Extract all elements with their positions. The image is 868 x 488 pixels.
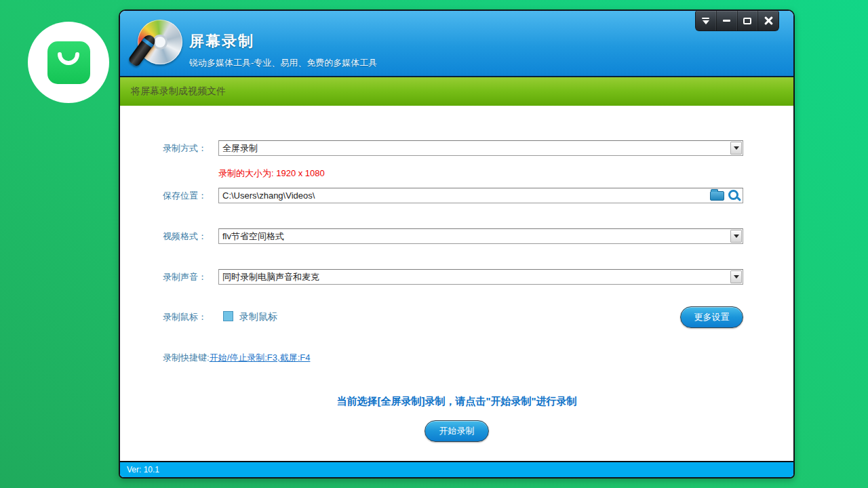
menu-button[interactable] [696, 11, 717, 30]
bag-handle-arc [57, 51, 80, 68]
folder-icon[interactable] [710, 191, 724, 201]
hotkey-label: 录制快捷键: [163, 352, 210, 363]
video-format-value: flv节省空间格式 [219, 230, 730, 243]
titlebar-controls [695, 11, 779, 31]
audio-source-label: 录制声音： [163, 269, 220, 285]
window-header: 屏幕录制 锐动多媒体工具-专业、易用、免费的多媒体工具 [120, 11, 793, 76]
app-store-bag-icon [47, 41, 90, 84]
audio-source-value: 同时录制电脑声音和麦克 [219, 271, 730, 283]
save-path-value[interactable]: C:\Users\zhang\Videos\ [219, 190, 710, 201]
banner-text: 将屏幕录制成视频文件 [120, 76, 793, 106]
minimize-button[interactable] [717, 11, 738, 30]
app-subtitle: 锐动多媒体工具-专业、易用、免费的多媒体工具 [189, 57, 377, 69]
dropdown-arrow-button[interactable] [730, 230, 742, 243]
mouse-label: 录制鼠标： [163, 309, 220, 325]
audio-source-select[interactable]: 同时录制电脑声音和麦克 [218, 269, 743, 285]
more-settings-button[interactable]: 更多设置 [680, 306, 743, 328]
screen-recorder-window: 屏幕录制 锐动多媒体工具-专业、易用、免费的多媒体工具 将屏幕录制成视频文件 录… [119, 9, 795, 479]
search-icon[interactable] [728, 190, 740, 201]
close-button[interactable] [758, 11, 778, 30]
save-path-label: 保存位置： [163, 188, 220, 203]
hotkey-row: 录制快捷键:开始/停止录制:F3,截屏:F4 [163, 352, 310, 364]
triangle-down-icon [734, 235, 739, 238]
chevron-bar-icon [702, 18, 709, 19]
triangle-down-icon [734, 146, 739, 150]
record-mode-label: 录制方式： [163, 140, 220, 156]
mouse-checkbox[interactable] [223, 311, 233, 321]
app-title: 屏幕录制 [189, 31, 254, 52]
record-size-note: 录制的大小为: 1920 x 1080 [218, 167, 325, 180]
status-message: 当前选择[全屏录制]录制，请点击"开始录制"进行录制 [120, 395, 793, 408]
video-format-select[interactable]: flv节省空间格式 [218, 228, 743, 244]
desktop-logo[interactable] [28, 22, 109, 103]
dropdown-arrow-button[interactable] [730, 270, 742, 283]
record-mode-select[interactable]: 全屏录制 [218, 140, 743, 156]
cd-with-microphone-icon [132, 17, 185, 70]
start-record-button[interactable]: 开始录制 [425, 420, 489, 442]
hotkey-link[interactable]: 开始/停止录制:F3,截屏:F4 [210, 352, 311, 363]
maximize-button[interactable] [738, 11, 759, 30]
record-mode-value: 全屏录制 [219, 142, 730, 155]
chevron-down-icon [703, 20, 709, 24]
minimize-icon [723, 20, 730, 22]
maximize-icon [743, 18, 751, 24]
footer-version: Ver: 10.1 [120, 461, 793, 477]
triangle-down-icon [734, 275, 739, 279]
close-icon [764, 16, 773, 25]
save-path-field[interactable]: C:\Users\zhang\Videos\ [218, 188, 743, 203]
video-format-label: 视频格式： [163, 228, 220, 244]
dropdown-arrow-button[interactable] [730, 142, 742, 155]
mouse-checkbox-label[interactable]: 录制鼠标 [239, 311, 277, 323]
